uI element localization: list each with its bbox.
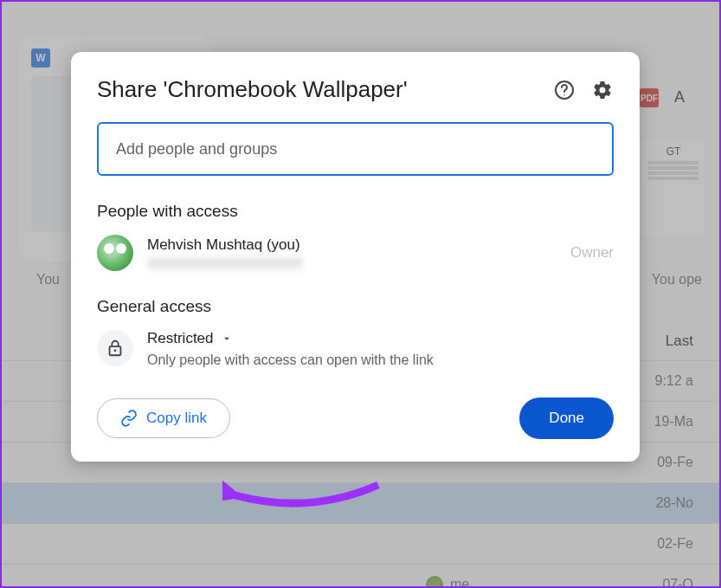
access-mode-label: Restricted <box>147 330 214 347</box>
copy-link-label: Copy link <box>146 410 207 427</box>
person-role: Owner <box>570 244 614 262</box>
people-section-title: People with access <box>97 202 614 221</box>
svg-point-3 <box>114 349 117 352</box>
add-people-input[interactable] <box>97 122 614 176</box>
lock-icon <box>97 330 133 366</box>
share-dialog: Share 'Chromebook Wallpaper' People with… <box>71 52 640 462</box>
avatar <box>97 235 133 271</box>
chevron-down-icon <box>221 333 233 345</box>
gear-icon[interactable] <box>591 79 614 101</box>
done-button[interactable]: Done <box>519 397 614 439</box>
person-name: Mehvish Mushtaq (you) <box>147 236 557 254</box>
person-email-blurred <box>147 257 303 269</box>
help-icon[interactable] <box>553 79 576 101</box>
link-icon <box>120 410 138 427</box>
person-row: Mehvish Mushtaq (you) Owner <box>97 235 614 271</box>
general-access-title: General access <box>97 297 614 316</box>
access-description: Only people with access can open with th… <box>147 352 614 368</box>
copy-link-button[interactable]: Copy link <box>97 398 230 438</box>
dialog-title: Share 'Chromebook Wallpaper' <box>97 76 408 103</box>
svg-point-1 <box>563 94 564 94</box>
access-mode-selector[interactable]: Restricted <box>147 330 614 347</box>
